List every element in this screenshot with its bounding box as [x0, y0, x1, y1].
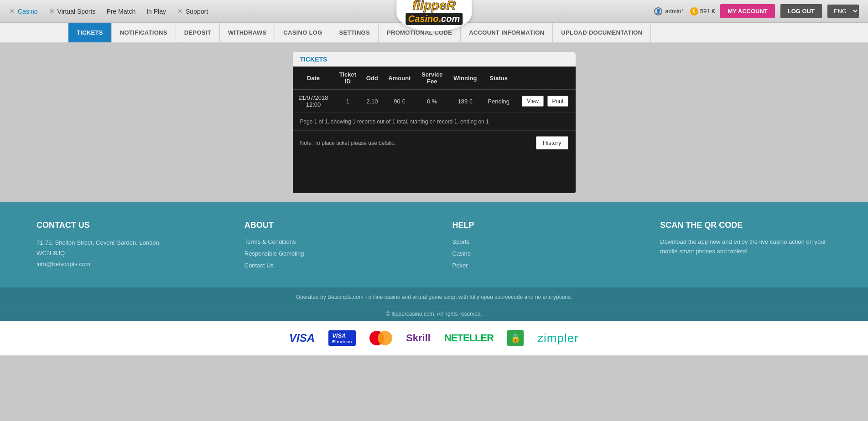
link-sports[interactable]: Sports	[452, 238, 470, 245]
user-icon: 👤	[654, 7, 662, 15]
visa-electron-logo: VISA Electron	[328, 330, 356, 346]
virtual-sports-icon: ✳	[49, 7, 55, 15]
logout-button[interactable]: LOG OUT	[780, 4, 822, 18]
top-navigation: ✳ Casino ✳ Virtual Sports Pre Match In P…	[0, 0, 868, 23]
col-date: Date	[293, 67, 334, 90]
tab-notifications[interactable]: NOTIFICATIONS	[112, 23, 176, 42]
cell-ticket-id: 1	[334, 90, 361, 113]
cell-actions: View Print	[515, 90, 576, 113]
neteller-payment: NETELLER	[444, 332, 494, 344]
link-poker[interactable]: Poker	[452, 262, 468, 269]
contact-title: CONTACT US	[36, 221, 208, 230]
cell-amount: 90 €	[383, 90, 416, 113]
balance-display: € 591 €	[690, 7, 715, 15]
language-select[interactable]: ENG	[827, 5, 859, 18]
visa-electron-payment: VISA Electron	[328, 330, 356, 346]
cell-winning: 189 €	[448, 90, 482, 113]
col-winning: Winning	[448, 67, 482, 90]
tab-account-information[interactable]: ACCOUNT INFORMATION	[461, 23, 553, 42]
tab-deposit[interactable]: DEPOSIT	[176, 23, 220, 42]
qr-title: SCAN THE QR CODE	[660, 221, 832, 230]
nav-virtual-sports[interactable]: ✳ Virtual Sports	[49, 7, 96, 15]
casino-icon: ✳	[9, 7, 15, 15]
tab-casino-log[interactable]: CASINO LOG	[275, 23, 331, 42]
col-ticket-id: TicketID	[334, 67, 361, 90]
tickets-panel: TICKETS Date TicketID Odd Amount Service…	[293, 52, 576, 193]
contact-address: 71-75, Shelton Street, Covent Garden, Lo…	[36, 237, 208, 269]
link-responsible-gambling[interactable]: Responsible Gambling	[244, 250, 304, 257]
footer-contact: CONTACT US 71-75, Shelton Street, Covent…	[36, 221, 208, 269]
coin-icon: €	[690, 7, 698, 15]
payment-methods-bar: VISA VISA Electron Skrill NETELLER 🔒 zim…	[0, 321, 868, 355]
footer-copyright: © flippercasino.com. All rights reserved…	[0, 307, 868, 321]
nav-pre-match[interactable]: Pre Match	[106, 8, 135, 15]
cell-odd: 2.10	[361, 90, 383, 113]
link-contact-us[interactable]: Contact Us	[244, 262, 274, 269]
mc-orange-circle	[378, 331, 392, 345]
tab-withdraws[interactable]: WITHDRAWS	[220, 23, 275, 42]
logo-flipper: flippeR	[412, 0, 456, 12]
view-button[interactable]: View	[522, 96, 544, 107]
footer-operated: Operated by Betscripts.com - online casi…	[0, 288, 868, 307]
col-odd: Odd	[361, 67, 383, 90]
balance-value: 591 €	[700, 8, 715, 15]
col-amount: Amount	[383, 67, 416, 90]
logo-com-text: com	[441, 14, 460, 24]
mastercard-logo	[369, 331, 392, 345]
top-nav-right: 👤 admin1 € 591 € MY ACCOUNT LOG OUT ENG	[654, 4, 859, 18]
greenpay-payment: 🔒	[507, 330, 524, 346]
about-title: ABOUT	[244, 221, 416, 230]
nav-casino[interactable]: ✳ Casino	[9, 7, 38, 15]
neteller-logo: NETELLER	[444, 332, 494, 344]
link-casino[interactable]: Casino	[452, 250, 471, 257]
tickets-note: Note: To place ticket please use betslip…	[300, 140, 396, 146]
user-info: 👤 admin1	[654, 7, 685, 15]
col-status: Status	[483, 67, 515, 90]
col-service-fee: ServiceFee	[416, 67, 448, 90]
skrill-payment: Skrill	[406, 332, 431, 344]
logo-area: flippeR Casino.com	[396, 0, 472, 31]
history-button[interactable]: History	[536, 136, 568, 149]
support-icon: ✳	[177, 7, 183, 15]
skrill-logo: Skrill	[406, 332, 431, 344]
col-actions	[515, 67, 576, 90]
cell-date: 21/07/201812:00	[293, 90, 334, 113]
footer: CONTACT US 71-75, Shelton Street, Covent…	[0, 202, 868, 288]
main-content: TICKETS Date TicketID Odd Amount Service…	[0, 43, 868, 202]
cell-status: Pending	[483, 90, 515, 113]
about-links: Terms & Conditions Responsible Gambling …	[244, 237, 416, 269]
tab-tickets[interactable]: TICKETS	[68, 23, 112, 42]
my-account-button[interactable]: MY ACCOUNT	[720, 4, 774, 18]
tickets-table: Date TicketID Odd Amount ServiceFee Winn…	[293, 67, 576, 113]
logo[interactable]: flippeR Casino.com	[396, 0, 472, 31]
pagination-info: Page 1 of 1, showing 1 records out of 1 …	[293, 113, 576, 131]
nav-support[interactable]: ✳ Support	[177, 7, 208, 15]
footer-qr: SCAN THE QR CODE Download the app now an…	[660, 221, 832, 269]
cell-service-fee: 0 %	[416, 90, 448, 113]
tab-upload-documentation[interactable]: UPLOAD DOCUMENTATION	[553, 23, 651, 42]
tab-settings[interactable]: SETTINGS	[331, 23, 379, 42]
tickets-footer: Note: To place ticket please use betslip…	[293, 131, 576, 155]
help-links: Sports Casino Poker	[452, 237, 624, 269]
visa-payment: VISA	[289, 332, 315, 344]
visa-logo: VISA	[289, 332, 315, 344]
help-title: HELP	[452, 221, 624, 230]
username: admin1	[665, 8, 685, 15]
nav-links: ✳ Casino ✳ Virtual Sports Pre Match In P…	[9, 7, 208, 15]
table-row: 21/07/201812:00 1 2.10 90 € 0 % 189 € Pe…	[293, 90, 576, 113]
greenpay-logo: 🔒	[507, 330, 524, 346]
link-terms[interactable]: Terms & Conditions	[244, 238, 296, 245]
tickets-panel-title: TICKETS	[293, 52, 576, 67]
logo-casino-text: Casino	[408, 14, 439, 24]
qr-text: Download the app now and enjoy the live …	[660, 237, 832, 257]
mastercard-payment	[369, 331, 392, 345]
footer-help: HELP Sports Casino Poker	[452, 221, 624, 269]
nav-in-play[interactable]: In Play	[146, 8, 166, 15]
print-button[interactable]: Print	[547, 96, 569, 107]
footer-about: ABOUT Terms & Conditions Responsible Gam…	[244, 221, 416, 269]
zimpler-logo: zimpler	[537, 331, 579, 345]
zimpler-payment: zimpler	[537, 331, 579, 345]
